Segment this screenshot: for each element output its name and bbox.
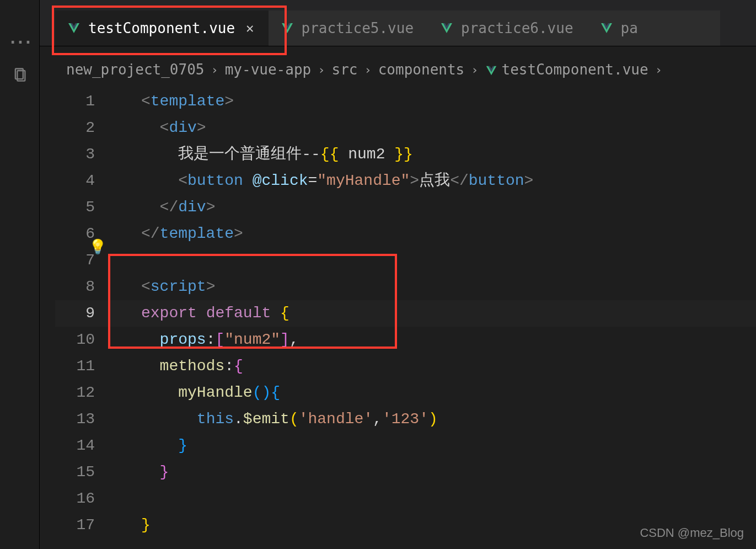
line-number: 8	[55, 274, 115, 300]
code-content: <template>	[115, 88, 234, 115]
breadcrumb-seg[interactable]: my-vue-app	[225, 61, 312, 78]
line-number: 11	[55, 353, 115, 380]
chevron-right-icon: ›	[362, 63, 373, 77]
code-content: myHandle(){	[115, 380, 280, 406]
code-content: }	[115, 433, 187, 459]
code-line[interactable]: 6</template>	[55, 221, 756, 247]
line-number: 2	[55, 115, 115, 141]
code-line[interactable]: 5 </div>	[55, 194, 756, 221]
breadcrumb-seg[interactable]: src	[332, 61, 358, 78]
chevron-right-icon: ›	[469, 63, 480, 77]
breadcrumb-seg[interactable]: new_project_0705	[66, 61, 204, 78]
line-number: 16	[55, 486, 115, 512]
line-number: 13	[55, 406, 115, 433]
annotation-box	[110, 256, 395, 347]
tab-label: pa	[621, 20, 638, 36]
code-line[interactable]: 14 }	[55, 433, 756, 459]
tab-label: practice6.vue	[461, 20, 573, 36]
code-line[interactable]: 12 myHandle(){	[55, 380, 756, 406]
code-line[interactable]: 4 <button @click="myHandle">点我</button>	[55, 168, 756, 194]
code-content	[115, 486, 141, 512]
editor-tab[interactable]: practice6.vue	[428, 10, 588, 46]
code-content: }	[115, 512, 151, 539]
code-line[interactable]: 2 <div>	[55, 115, 756, 141]
breadcrumb-seg[interactable]: components	[378, 61, 465, 78]
tab-label: practice5.vue	[302, 20, 414, 36]
code-content: }	[115, 459, 169, 486]
lightbulb-icon[interactable]: 💡	[89, 238, 106, 255]
annotation-box	[54, 8, 285, 53]
breadcrumb-seg[interactable]: testComponent.vue	[502, 61, 648, 78]
activity-bar: ···	[0, 0, 40, 549]
line-number: 9	[55, 300, 115, 327]
line-number: 3	[55, 141, 115, 168]
code-line[interactable]: 15 }	[55, 459, 756, 486]
explorer-icon[interactable]	[12, 67, 28, 82]
editor-tab[interactable]: pa	[588, 10, 720, 46]
code-content: </template>	[115, 221, 243, 247]
line-number: 15	[55, 459, 115, 486]
line-number: 14	[55, 433, 115, 459]
code-line[interactable]: 16	[55, 486, 756, 512]
code-line[interactable]: 3 我是一个普通组件--{{ num2 }}	[55, 141, 756, 168]
chevron-right-icon: ›	[315, 63, 327, 77]
code-content: this.$emit('handle','123')	[115, 406, 438, 433]
line-number: 4	[55, 168, 115, 194]
code-content: 我是一个普通组件--{{ num2 }}	[115, 141, 413, 168]
line-number: 1	[55, 88, 115, 115]
more-icon[interactable]: ···	[8, 33, 31, 51]
code-line[interactable]: 11 methods:{	[55, 353, 756, 380]
line-number: 12	[55, 380, 115, 406]
chevron-right-icon: ›	[653, 63, 664, 77]
chevron-right-icon: ›	[208, 63, 220, 77]
line-number: 5	[55, 194, 115, 221]
line-number: 17	[55, 512, 115, 539]
line-number: 10	[55, 327, 115, 353]
code-content: <div>	[115, 115, 206, 141]
code-content: <button @click="myHandle">点我</button>	[115, 168, 533, 194]
vue-icon	[600, 22, 613, 35]
code-line[interactable]: 13 this.$emit('handle','123')	[55, 406, 756, 433]
code-content: </div>	[115, 194, 215, 221]
code-line[interactable]: 1<template>	[55, 88, 756, 115]
vue-icon	[440, 22, 453, 35]
editor-tab[interactable]: practice5.vue	[269, 10, 428, 46]
code-content: methods:{	[115, 353, 243, 380]
vue-icon	[485, 61, 497, 78]
code-line[interactable]: 17}	[55, 512, 756, 539]
breadcrumb: new_project_0705 › my-vue-app › src › co…	[66, 55, 756, 84]
